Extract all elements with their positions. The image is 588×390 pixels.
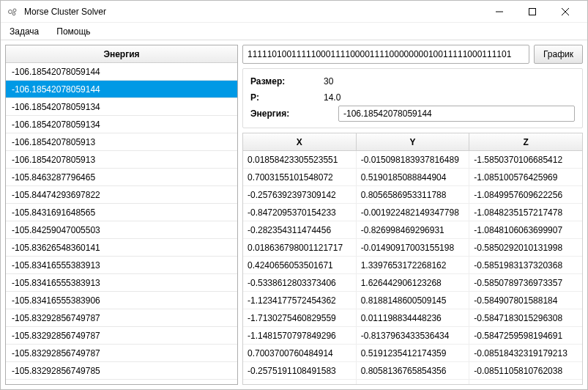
- cell-x: -1.1234177572454362: [243, 292, 357, 309]
- cell-x: 0.7003700760484914: [243, 345, 357, 361]
- titlebar: Morse Cluster Solver: [1, 1, 587, 23]
- table-row[interactable]: 0.70031551015480720.5190185088844904-1.0…: [243, 169, 582, 186]
- table-row[interactable]: -0.8472095370154233-0.001922482149347798…: [243, 204, 582, 221]
- cell-y: 0.5191235412174359: [357, 345, 470, 361]
- energy-input[interactable]: [338, 106, 575, 122]
- energy-item[interactable]: -106.18542078059134: [6, 98, 237, 116]
- cell-y: 1.626442906123268: [357, 274, 470, 291]
- p-value: 14.0: [324, 92, 340, 103]
- energy-item[interactable]: -105.8463287796465: [6, 169, 237, 186]
- energy-item[interactable]: -105.8431691648565: [6, 204, 237, 221]
- cell-x: -1.7130275460829559: [243, 309, 357, 326]
- table-row[interactable]: -0.53386128033734061.626442906123268-0.5…: [243, 274, 582, 292]
- table-row[interactable]: 0.70037007604849140.5191235412174359-0.0…: [243, 345, 582, 362]
- energy-item[interactable]: -105.83292856749785: [6, 362, 237, 380]
- table-row[interactable]: -0.25751911084915830.8058136765854356-0.…: [243, 362, 582, 380]
- size-label: Размер:: [250, 76, 324, 87]
- energy-item[interactable]: -106.18542078059144: [6, 63, 237, 81]
- table-row[interactable]: -1.1481570797849296-0.8137963433536434-0…: [243, 327, 582, 345]
- graph-button[interactable]: График: [534, 45, 583, 64]
- cell-z: -1.0848235157217478: [469, 204, 582, 221]
- coord-body[interactable]: 0.01858423305523551-0.015098183937816489…: [243, 151, 582, 384]
- svg-point-2: [12, 12, 15, 15]
- cell-x: 0.01858423305523551: [243, 151, 357, 168]
- cell-z: -0.584907801588184: [469, 292, 582, 309]
- energy-item[interactable]: -106.1854207805913: [6, 151, 237, 169]
- maximize-button[interactable]: [516, 1, 548, 23]
- cell-y: -0.015098183937816489: [357, 151, 470, 168]
- cell-z: -0.5847259598194691: [469, 327, 582, 344]
- table-row[interactable]: 0.018636798001121717-0.01490917003155198…: [243, 239, 582, 257]
- cell-y: -0.0016812312034797812: [357, 380, 470, 384]
- energy-item[interactable]: -105.84474293697822: [6, 186, 237, 204]
- minimize-button[interactable]: [483, 1, 516, 23]
- energy-item[interactable]: -106.18542078059134: [6, 116, 237, 133]
- cell-y: -0.01490917003155198: [357, 239, 470, 256]
- col-z[interactable]: Z: [469, 133, 582, 150]
- cell-z: -1.5850370106685412: [469, 151, 582, 168]
- table-row[interactable]: -0.8470478059488528614-0.001681231203479…: [243, 380, 582, 384]
- content: Энергия -106.18542078059144-106.18542078…: [1, 40, 587, 389]
- cell-z: -0.5850292010131998: [469, 239, 582, 256]
- close-button[interactable]: [548, 1, 581, 23]
- cell-x: -0.8472095370154233: [243, 204, 357, 221]
- energy-item[interactable]: -105.83416555383913: [6, 257, 237, 274]
- cell-x: -0.2576392397309142: [243, 186, 357, 203]
- cell-x: 0.4240656053501671: [243, 257, 357, 273]
- menu-help[interactable]: Помощь: [53, 25, 93, 38]
- energy-item[interactable]: -105.83416555383913: [6, 274, 237, 292]
- table-row[interactable]: 0.42406560535016711.3397653172268162-0.5…: [243, 257, 582, 274]
- cell-z: -0.5847183015296308: [469, 309, 582, 326]
- cell-y: 0.5190185088844904: [357, 169, 470, 185]
- cell-x: -0.282354311474456: [243, 221, 357, 238]
- cell-z: -0.0851105810762038: [469, 362, 582, 379]
- table-row[interactable]: -0.282354311474456-0.826998469296931-1.0…: [243, 221, 582, 239]
- energy-item[interactable]: -105.83292856749787: [6, 309, 237, 327]
- cell-x: 0.7003155101548072: [243, 169, 357, 185]
- energy-panel: Энергия -106.18542078059144-106.18542078…: [5, 45, 238, 385]
- col-y[interactable]: Y: [357, 133, 470, 150]
- cell-y: -0.001922482149347798: [357, 204, 470, 221]
- energy-item[interactable]: -105.83292856749787: [6, 345, 237, 362]
- cell-z: -0.5851983137320368: [469, 257, 582, 273]
- top-row: График: [242, 45, 583, 64]
- table-row[interactable]: 0.01858423305523551-0.015098183937816489…: [243, 151, 582, 169]
- cell-x: -0.5338612803373406: [243, 274, 357, 291]
- cell-z: -0.0851882300572428: [469, 380, 582, 384]
- energy-item[interactable]: -105.83292856749787: [6, 327, 237, 345]
- cell-y: 0.011198834448236: [357, 309, 470, 326]
- svg-point-0: [9, 10, 12, 13]
- coord-header: X Y Z: [243, 133, 582, 151]
- info-block: Размер: 30 P: 14.0 Энергия:: [242, 68, 583, 128]
- energy-item[interactable]: -105.83416555383906: [6, 292, 237, 309]
- cell-z: -1.0848106063699907: [469, 221, 582, 238]
- energy-item[interactable]: -106.1854207805913: [6, 133, 237, 151]
- cell-x: -0.8470478059488528614: [243, 380, 357, 384]
- cell-z: -0.08518432319179213: [469, 345, 582, 361]
- coord-table: X Y Z 0.01858423305523551-0.015098183937…: [242, 133, 583, 385]
- col-x[interactable]: X: [243, 133, 357, 150]
- energy-item[interactable]: -106.18542078059144: [6, 81, 237, 98]
- right-panel: График Размер: 30 P: 14.0 Энергия: X Y Z…: [242, 45, 583, 385]
- window-title: Morse Cluster Solver: [24, 7, 106, 17]
- cell-x: 0.018636798001121717: [243, 239, 357, 256]
- svg-point-1: [13, 9, 16, 12]
- cell-z: -0.5850789736973357: [469, 274, 582, 291]
- cell-y: 0.8188148600509145: [357, 292, 470, 309]
- bits-input[interactable]: [242, 45, 529, 64]
- energy-list[interactable]: -106.18542078059144-106.18542078059144-1…: [6, 63, 237, 384]
- table-row[interactable]: -1.71302754608295590.011198834448236-0.5…: [243, 309, 582, 327]
- table-row[interactable]: -0.25763923973091420.8056586953311788-1.…: [243, 186, 582, 204]
- p-label: P:: [250, 92, 324, 103]
- energy-item[interactable]: -105.84259047005503: [6, 221, 237, 239]
- menu-task[interactable]: Задача: [7, 25, 42, 38]
- size-value: 30: [324, 76, 333, 87]
- energy-item[interactable]: -105.83626548360141: [6, 239, 237, 257]
- energy-label: Энергия:: [250, 108, 324, 119]
- cell-y: -0.8137963433536434: [357, 327, 470, 344]
- table-row[interactable]: -1.12341775724543620.8188148600509145-0.…: [243, 292, 582, 309]
- cell-y: 0.8056586953311788: [357, 186, 470, 203]
- cell-z: -1.085100576425969: [469, 169, 582, 185]
- svg-rect-4: [529, 8, 535, 15]
- energy-item[interactable]: -105.83292856749777: [6, 380, 237, 384]
